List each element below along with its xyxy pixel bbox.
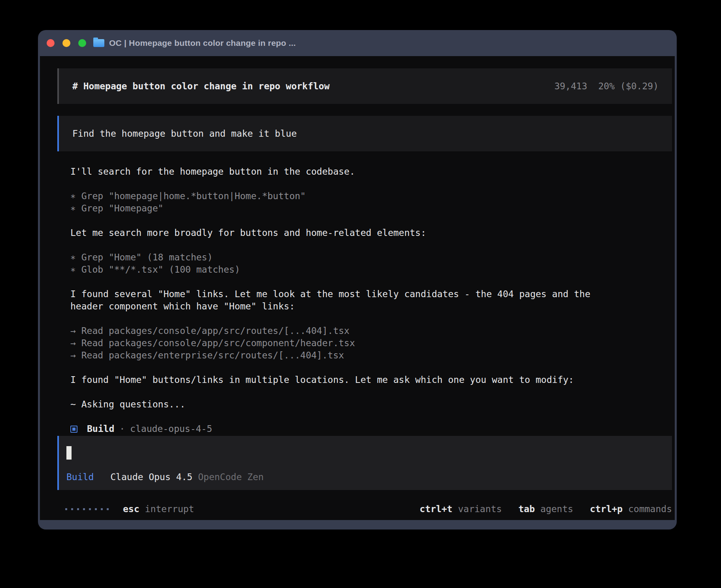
context-percent: 20% (598, 81, 615, 91)
terminal-content: # Homepage button color change in repo w… (40, 56, 675, 520)
statusbar-right: ctrl+t variants tab agents ctrl+p comman… (420, 504, 672, 514)
titlebar: OC | Homepage button color change in rep… (38, 30, 677, 56)
model-label: Claude Opus 4.5 (110, 472, 193, 482)
agent-row: Build · claude-opus-4-5 (70, 423, 620, 435)
session-cost: ($0.29) (620, 81, 659, 91)
activity-dots-icon (65, 508, 109, 510)
tool-call-grep: ∗ Grep "Homepage" (70, 202, 620, 215)
provider-label: OpenCode Zen (198, 472, 264, 482)
assistant-text: Let me search more broadly for buttons a… (70, 227, 620, 239)
agent-name: Build (87, 423, 114, 435)
tool-call-grep: ∗ Grep "homepage|home.*button|Home.*butt… (70, 190, 620, 202)
agent-build-icon (70, 426, 77, 433)
session-header: # Homepage button color change in repo w… (57, 68, 672, 104)
session-title: # Homepage button color change in repo w… (72, 81, 330, 91)
user-message-text: Find the homepage button and make it blu… (72, 128, 297, 139)
status-bar: esc interrupt ctrl+t variants tab agents… (40, 503, 675, 515)
text-cursor (66, 446, 72, 460)
tool-call-read: → Read packages/console/app/src/componen… (70, 337, 620, 349)
terminal-window: OC | Homepage button color change in rep… (38, 30, 677, 530)
shortcut-commands: ctrl+p commands (590, 504, 672, 514)
token-count: 39,413 (554, 81, 587, 91)
shortcut-label: agents (540, 504, 573, 514)
window-title: OC | Homepage button color change in rep… (109, 38, 296, 48)
close-button[interactable] (47, 39, 55, 47)
folder-icon (93, 39, 104, 47)
tool-call-grep: ∗ Grep "Home" (18 matches) (70, 251, 620, 264)
mode-label: Build (66, 472, 94, 482)
zoom-button[interactable] (78, 39, 86, 47)
assistant-text: I found "Home" buttons/links in multiple… (70, 374, 620, 386)
minimize-button[interactable] (62, 39, 70, 47)
traffic-lights (47, 39, 86, 47)
agent-model: claude-opus-4-5 (130, 423, 212, 435)
shortcut-agents: tab agents (518, 504, 573, 514)
assistant-text: I'll search for the homepage button in t… (70, 166, 620, 178)
tool-call-glob: ∗ Glob "**/*.tsx" (100 matches) (70, 264, 620, 276)
shortcut-interrupt: esc interrupt (123, 504, 194, 514)
shortcut-label: commands (628, 504, 672, 514)
user-message: Find the homepage button and make it blu… (57, 116, 672, 151)
tool-call-read: → Read packages/console/app/src/routes/[… (70, 325, 620, 337)
session-stats: 39,413 20% ($0.29) (554, 81, 659, 91)
shortcut-key: ctrl+p (590, 504, 623, 514)
assistant-text: I found several "Home" links. Let me loo… (70, 288, 620, 313)
input-meta: Build Claude Opus 4.5 OpenCode Zen (66, 472, 660, 482)
agent-separator: · (119, 423, 125, 435)
shortcut-key: esc (123, 504, 140, 514)
status-text: ~ Asking questions... (70, 398, 620, 411)
tool-call-read: → Read packages/enterprise/src/routes/[.… (70, 349, 620, 362)
shortcut-label: variants (458, 504, 502, 514)
shortcut-key: tab (518, 504, 535, 514)
shortcut-label: interrupt (145, 504, 194, 514)
conversation: I'll search for the homepage button in t… (70, 166, 620, 435)
prompt-input[interactable]: Build Claude Opus 4.5 OpenCode Zen (57, 436, 672, 490)
shortcut-variants: ctrl+t variants (420, 504, 502, 514)
shortcut-key: ctrl+t (420, 504, 453, 514)
statusbar-left: esc interrupt (65, 504, 194, 514)
